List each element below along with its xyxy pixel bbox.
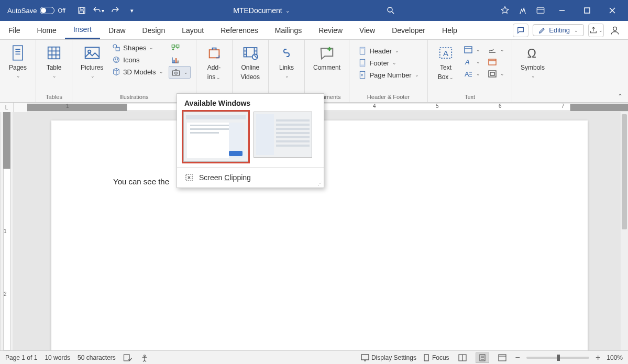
tab-file[interactable]: File xyxy=(0,21,29,39)
online-videos-button[interactable]: Online Videos xyxy=(238,42,263,83)
svg-rect-19 xyxy=(172,45,174,48)
minimize-button[interactable] xyxy=(550,0,574,21)
signature-button[interactable]: ⌄ xyxy=(486,44,506,56)
svg-rect-15 xyxy=(116,47,120,51)
autosave-state: Off xyxy=(58,7,65,14)
svg-rect-21 xyxy=(173,60,174,63)
comments-pane-button[interactable] xyxy=(513,24,528,37)
3d-models-button[interactable]: 3D Models⌄ xyxy=(109,66,165,78)
wordart-icon: A xyxy=(464,57,473,67)
svg-text:A: A xyxy=(465,58,470,65)
text-box-button[interactable]: A Text Box⌄ xyxy=(433,42,458,83)
svg-point-17 xyxy=(115,59,116,59)
svg-point-46 xyxy=(144,355,145,356)
tab-home[interactable]: Home xyxy=(29,21,65,39)
object-button[interactable]: ⌄ xyxy=(486,68,506,80)
window-thumbnail-1[interactable] xyxy=(183,112,248,162)
tab-review[interactable]: Review xyxy=(310,21,351,39)
shapes-button[interactable]: Shapes⌄ xyxy=(109,42,165,53)
accessibility-icon[interactable] xyxy=(140,354,149,362)
smartart-button[interactable] xyxy=(169,42,191,53)
zoom-level[interactable]: 100% xyxy=(607,354,623,361)
ruler-vertical[interactable]: 1 2 xyxy=(1,112,13,350)
tab-selector[interactable]: L xyxy=(0,103,14,112)
tab-insert[interactable]: Insert xyxy=(65,21,100,39)
qat-customize[interactable]: ▾ xyxy=(124,3,140,18)
title-bar: AutoSave Off ▾ ▾ MTEDocument ⌄ xyxy=(0,0,628,21)
group-pages: Pages⌄ xyxy=(0,40,36,102)
display-settings-button[interactable]: Display Settings xyxy=(361,354,416,361)
svg-rect-42 xyxy=(490,72,494,75)
addins-button[interactable]: Add- ins⌄ xyxy=(202,42,227,83)
pictures-label: Pictures xyxy=(81,64,103,71)
premium-icon[interactable] xyxy=(497,3,513,18)
pictures-button[interactable]: Pictures⌄ xyxy=(78,42,106,81)
smartart-icon xyxy=(171,43,180,52)
symbols-button[interactable]: Ω Symbols⌄ xyxy=(517,42,548,81)
tab-layout[interactable]: Layout xyxy=(173,21,212,39)
window-thumbnail-2[interactable] xyxy=(254,112,312,158)
save-button[interactable] xyxy=(74,3,90,18)
search-button[interactable] xyxy=(383,3,399,18)
wordart-button[interactable]: A⌄ xyxy=(461,56,482,68)
links-button[interactable]: Links⌄ xyxy=(274,42,299,81)
comment-button[interactable]: Comment xyxy=(310,42,344,73)
page-number-button[interactable]: #Page Number⌄ xyxy=(356,69,421,81)
status-page[interactable]: Page 1 of 1 xyxy=(5,354,37,361)
close-button[interactable] xyxy=(601,0,624,21)
page-icon xyxy=(9,44,27,62)
web-layout-button[interactable] xyxy=(495,352,509,363)
header-button[interactable]: Header⌄ xyxy=(356,45,421,57)
body-text[interactable]: You can see the xyxy=(113,177,169,186)
collapse-ribbon-button[interactable]: ⌃ xyxy=(618,93,623,100)
svg-rect-22 xyxy=(175,58,177,63)
icons-button[interactable]: Icons xyxy=(109,54,165,65)
tab-mailings[interactable]: Mailings xyxy=(267,21,310,39)
svg-rect-32 xyxy=(360,64,365,66)
print-layout-button[interactable] xyxy=(476,352,489,363)
tab-references[interactable]: References xyxy=(212,21,267,39)
chart-icon xyxy=(171,55,180,64)
editing-mode-button[interactable]: Editing ⌄ xyxy=(533,24,584,36)
screenshot-button[interactable]: ⌄ xyxy=(169,66,191,79)
footer-button[interactable]: Footer⌄ xyxy=(356,57,421,69)
redo-button[interactable] xyxy=(107,3,123,18)
focus-button[interactable]: Focus xyxy=(423,354,449,361)
coming-soon-icon[interactable] xyxy=(515,3,531,18)
ribbon-display-icon[interactable] xyxy=(533,3,548,18)
datetime-button[interactable] xyxy=(486,56,506,68)
spellcheck-icon[interactable] xyxy=(123,354,133,362)
status-words[interactable]: 10 words xyxy=(45,354,70,361)
share-button[interactable]: ⌄ xyxy=(588,24,604,37)
account-icon[interactable] xyxy=(608,25,622,36)
shapes-icon xyxy=(112,43,121,52)
pages-label: Pages xyxy=(9,64,27,71)
svg-rect-2 xyxy=(80,11,84,14)
zoom-slider[interactable] xyxy=(526,357,589,359)
read-mode-button[interactable] xyxy=(456,352,469,363)
ruler-horizontal[interactable]: 1 2 4 5 6 7 xyxy=(27,103,628,112)
maximize-button[interactable] xyxy=(576,0,599,21)
tab-design[interactable]: Design xyxy=(134,21,174,39)
table-label: Table xyxy=(47,64,62,71)
quickparts-button[interactable]: ⌄ xyxy=(461,44,482,56)
autosave-toggle[interactable]: AutoSave Off xyxy=(0,7,71,15)
tab-developer[interactable]: Developer xyxy=(383,21,434,39)
zoom-out-button[interactable]: − xyxy=(515,353,520,362)
scrollbar-vertical[interactable] xyxy=(621,112,628,350)
tab-view[interactable]: View xyxy=(351,21,383,39)
svg-rect-26 xyxy=(209,50,219,58)
scroll-thumb[interactable] xyxy=(622,114,627,229)
undo-button[interactable]: ▾ xyxy=(91,3,106,18)
screen-clipping-item[interactable]: Screen Clipping xyxy=(177,168,324,187)
dropcap-button[interactable]: A⌄ xyxy=(461,68,482,80)
status-chars[interactable]: 50 characters xyxy=(78,354,116,361)
tab-help[interactable]: Help xyxy=(434,21,466,39)
table-button[interactable]: Table⌄ xyxy=(41,42,67,81)
document-title[interactable]: MTEDocument ⌄ xyxy=(140,6,383,15)
pages-button[interactable]: Pages⌄ xyxy=(5,42,30,81)
tab-draw[interactable]: Draw xyxy=(100,21,134,39)
status-bar: Page 1 of 1 10 words 50 characters Displ… xyxy=(0,350,628,364)
chart-button[interactable] xyxy=(169,54,191,65)
zoom-in-button[interactable]: + xyxy=(596,353,600,362)
